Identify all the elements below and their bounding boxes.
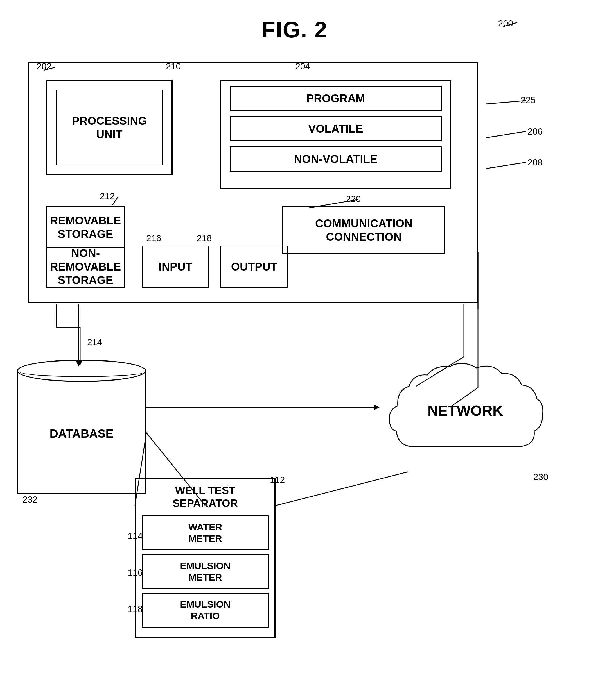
non-removable-storage-box: NON-REMOVABLESTORAGE	[46, 246, 125, 288]
removable-storage-label: REMOVABLESTORAGE	[50, 214, 121, 241]
ref-200: 200	[498, 18, 513, 29]
emulsion-ratio-box: EMULSIONRATIO	[142, 593, 269, 628]
page: FIG. 2 200 PROCESSINGUNIT PROGRAM VOLATI…	[0, 0, 589, 700]
cylinder-top	[17, 360, 146, 382]
ref-232: 232	[22, 494, 37, 505]
memory-section: PROGRAM VOLATILE NON-VOLATILE	[220, 80, 451, 189]
ref-210: 210	[166, 61, 181, 72]
volatile-box: VOLATILE	[230, 116, 442, 141]
ref-118: 118	[128, 604, 143, 614]
ref-212: 212	[100, 191, 115, 202]
water-meter-box: WATERMETER	[142, 515, 269, 550]
ref-214: 214	[87, 337, 102, 347]
processing-unit-label: PROCESSINGUNIT	[72, 114, 147, 141]
comm-connection-box: COMMUNICATIONCONNECTION	[282, 206, 445, 254]
output-box: OUTPUT	[220, 246, 288, 288]
non-volatile-label: NON-VOLATILE	[294, 153, 377, 165]
svg-text:NETWORK: NETWORK	[428, 402, 503, 419]
non-volatile-box: NON-VOLATILE	[230, 146, 442, 171]
ref-204: 204	[295, 61, 310, 72]
svg-line-5	[486, 131, 526, 138]
ref-202: 202	[36, 61, 51, 72]
input-box: INPUT	[142, 246, 209, 288]
svg-line-4	[486, 100, 526, 104]
svg-line-6	[486, 162, 526, 168]
emulsion-meter-box: EMULSIONMETER	[142, 554, 269, 589]
comm-connection-label: COMMUNICATIONCONNECTION	[315, 217, 412, 244]
network-cloud-svg: NETWORK	[381, 357, 550, 475]
removable-storage-box: REMOVABLESTORAGE	[46, 206, 125, 248]
database-label: DATABASE	[17, 427, 146, 440]
ref-216: 216	[146, 233, 161, 244]
computer-box: PROCESSINGUNIT PROGRAM VOLATILE NON-VOLA…	[28, 62, 478, 303]
processing-unit-inner: PROCESSINGUNIT	[56, 90, 163, 165]
database-container: DATABASE	[17, 360, 146, 505]
program-label: PROGRAM	[307, 92, 365, 104]
ref-208: 208	[528, 157, 543, 168]
separator-title: WELL TESTSEPARATOR	[142, 484, 269, 510]
input-label: INPUT	[159, 260, 192, 273]
ref-114: 114	[128, 531, 143, 541]
output-label: OUTPUT	[231, 260, 277, 273]
processing-unit-box: PROCESSINGUNIT	[46, 80, 173, 175]
svg-marker-20	[374, 404, 380, 410]
ref-225: 225	[521, 95, 536, 105]
ref-230: 230	[533, 472, 548, 482]
program-box: PROGRAM	[230, 86, 442, 111]
volatile-label: VOLATILE	[309, 122, 363, 135]
ref-220: 220	[346, 194, 361, 204]
separator-box: WELL TESTSEPARATOR WATERMETER EMULSIONME…	[135, 477, 275, 638]
cylinder-top-line	[19, 366, 146, 377]
svg-line-14	[275, 472, 408, 505]
ref-116: 116	[128, 568, 143, 578]
ref-206: 206	[528, 126, 543, 137]
ref-112: 112	[270, 475, 285, 485]
non-removable-storage-label: NON-REMOVABLESTORAGE	[47, 246, 124, 287]
ref-218: 218	[197, 233, 212, 244]
